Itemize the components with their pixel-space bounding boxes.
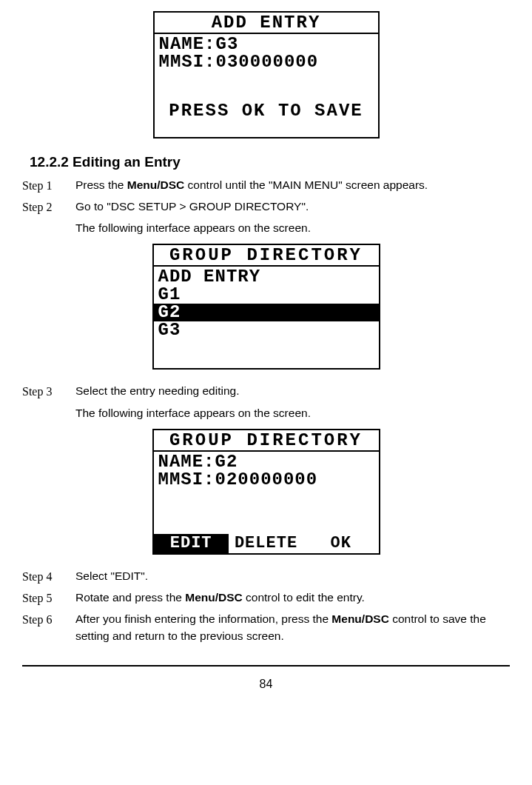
lcd-name-value: G3 <box>216 36 239 53</box>
step-label: Step 1 <box>22 177 75 194</box>
step-text-pre: After you finish entering the informatio… <box>75 612 331 625</box>
step-label: Step 5 <box>22 589 75 607</box>
step-body: Select "EDIT". <box>75 568 510 584</box>
lcd-name-row: NAME: G3 <box>155 36 378 53</box>
lcd-tab-ok: OK <box>303 534 378 553</box>
lcd-spacer <box>155 71 378 101</box>
step-text-bold: Menu/DSC <box>185 591 243 604</box>
lcd-title: ADD ENTRY <box>155 13 378 32</box>
step-text-post: control to edit the entry. <box>243 591 365 604</box>
lcd-name-label: NAME: <box>159 36 216 53</box>
lcd-mmsi-value: 030000000 <box>216 53 319 71</box>
lcd-group-directory-list: GROUP DIRECTORY ADD ENTRY G1 G2 G3 <box>152 244 380 370</box>
step-text-bold: Menu/DSC <box>127 178 185 191</box>
manual-page: ADD ENTRY NAME: G3 MMSI: 030000000 PRESS… <box>0 0 532 701</box>
section-title: Editing an Entry <box>73 154 181 170</box>
lcd-name-value: G2 <box>215 453 238 471</box>
step-text-pre: Press the <box>75 178 127 191</box>
lcd-mmsi-row: MMSI: 020000000 <box>154 471 379 489</box>
page-footer: 84 <box>22 665 510 692</box>
steps-list: Step 4 Select "EDIT". Step 5 Rotate and … <box>22 568 510 644</box>
step-label: Step 6 <box>22 611 75 628</box>
lcd-mmsi-row: MMSI: 030000000 <box>155 53 378 71</box>
step-body: Select the entry needing editing. <box>75 383 510 399</box>
steps-list: Step 1 Press the Menu/DSC control until … <box>22 177 510 237</box>
step-body: Go to "DSC SETUP > GROUP DIRECTORY". <box>75 198 510 215</box>
lcd-mmsi-label: MMSI: <box>159 53 216 71</box>
lcd-tab-delete: DELETE <box>229 534 303 553</box>
step-label: Step 4 <box>22 568 75 585</box>
lcd-add-entry: ADD ENTRY NAME: G3 MMSI: 030000000 PRESS… <box>153 11 380 138</box>
lcd-list-item: ADD ENTRY <box>154 268 379 286</box>
step-5: Step 5 Rotate and press the Menu/DSC con… <box>22 589 510 607</box>
lcd-title: GROUP DIRECTORY <box>154 245 379 264</box>
lcd-bottom-tabs: EDIT DELETE OK <box>154 534 379 553</box>
step-3: Step 3 Select the entry needing editing. <box>22 383 510 400</box>
step-text-post: control until the "MAIN MENU" screen app… <box>184 178 428 191</box>
step-body: After you finish entering the informatio… <box>75 611 510 644</box>
step-1: Step 1 Press the Menu/DSC control until … <box>22 177 510 194</box>
step-label: Step 2 <box>22 198 75 216</box>
lcd-list-item: G3 <box>154 321 379 339</box>
lcd-name-label: NAME: <box>158 453 215 471</box>
step-3-follow: The following interface appears on the s… <box>75 405 510 421</box>
lcd-footer: PRESS OK TO SAVE <box>155 101 378 121</box>
lcd-mmsi-label: MMSI: <box>158 471 215 489</box>
step-text-bold: Menu/DSC <box>331 612 389 625</box>
step-2-follow: The following interface appears on the s… <box>75 220 510 236</box>
section-heading: 12.2.2 Editing an Entry <box>30 152 510 173</box>
lcd-group-directory-detail: GROUP DIRECTORY NAME: G2 MMSI: 020000000… <box>152 429 380 555</box>
lcd-mmsi-value: 020000000 <box>215 471 318 489</box>
step-text-pre: Rotate and press the <box>75 591 185 604</box>
step-6: Step 6 After you finish entering the inf… <box>22 611 510 644</box>
section-number: 12.2.2 <box>30 154 69 170</box>
lcd-title: GROUP DIRECTORY <box>154 430 379 450</box>
step-body: Rotate and press the Menu/DSC control to… <box>75 589 510 606</box>
step-4: Step 4 Select "EDIT". <box>22 568 510 585</box>
step-2: Step 2 Go to "DSC SETUP > GROUP DIRECTOR… <box>22 198 510 216</box>
step-label: Step 3 <box>22 383 75 400</box>
lcd-list-item-selected: G2 <box>154 304 379 321</box>
steps-list: Step 3 Select the entry needing editing.… <box>22 383 510 421</box>
lcd-tab-edit: EDIT <box>154 534 229 553</box>
lcd-name-row: NAME: G2 <box>154 453 379 471</box>
step-body: Press the Menu/DSC control until the "MA… <box>75 177 510 193</box>
lcd-list-item: G1 <box>154 286 379 304</box>
page-number: 84 <box>260 678 273 690</box>
